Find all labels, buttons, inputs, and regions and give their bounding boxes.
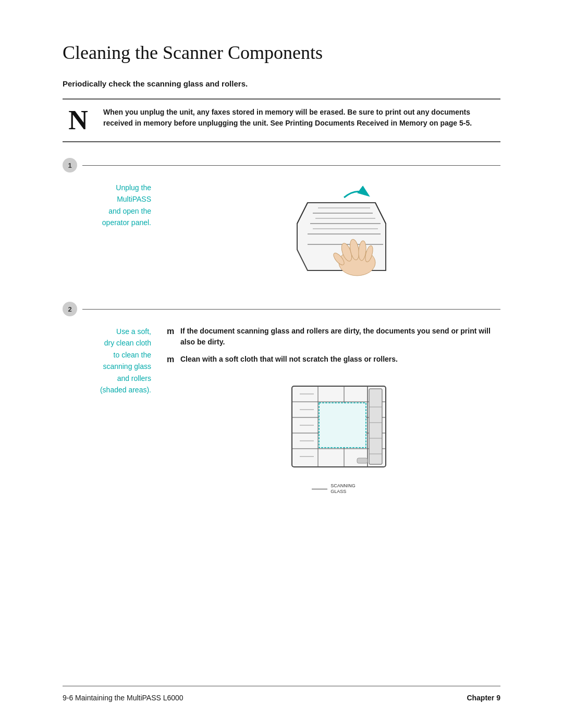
bullet-2: m Clean with a soft cloth that will not … <box>167 354 500 365</box>
step-1-circle: 1 <box>63 158 77 172</box>
step-2-diagram <box>276 376 391 480</box>
step-2-header: 2 <box>63 302 500 316</box>
step-1-section: 1 Unplug theMultiPASSand open theoperato… <box>63 158 500 286</box>
step-2-section: 2 Use a soft,dry clean clothto clean the… <box>63 302 500 495</box>
svg-rect-30 <box>369 389 382 464</box>
step-2-content: Use a soft,dry clean clothto clean thesc… <box>63 326 500 495</box>
step-1-left-text: Unplug theMultiPASSand open theoperator … <box>63 182 151 229</box>
step-2-diagram-wrapper: SCANNINGGLASS <box>167 376 500 495</box>
scanning-glass-label: SCANNINGGLASS <box>312 483 356 495</box>
label-line <box>312 489 327 489</box>
bullet-1: m If the document scanning glass and rol… <box>167 326 500 348</box>
scanner-button <box>357 458 368 463</box>
step-2-left-text: Use a soft,dry clean clothto clean thesc… <box>63 326 151 396</box>
note-text: When you unplug the unit, any faxes stor… <box>103 107 500 129</box>
step-1-diagram <box>276 182 391 286</box>
step-2-line <box>82 309 500 310</box>
footer-line <box>63 686 500 686</box>
subtitle: Periodically check the scanning glass an… <box>63 79 500 88</box>
bullet-1-marker: m <box>167 326 175 337</box>
step-1-line <box>82 165 500 166</box>
page-title: Cleaning the Scanner Components <box>63 42 500 64</box>
step-2-circle: 2 <box>63 302 77 316</box>
bullet-1-text: If the document scanning glass and rolle… <box>180 326 500 348</box>
step-2-right: m If the document scanning glass and rol… <box>167 326 500 495</box>
step-1-content: Unplug theMultiPASSand open theoperator … <box>63 182 500 286</box>
footer-right: Chapter 9 <box>467 694 500 702</box>
step-1-header: 1 <box>63 158 500 172</box>
bullet-2-marker: m <box>167 354 175 365</box>
page: Cleaning the Scanner Components Periodic… <box>0 0 563 728</box>
footer: 9-6 Maintaining the MultiPASS L6000 Chap… <box>63 694 500 702</box>
note-box: N When you unplug the unit, any faxes st… <box>63 98 500 142</box>
step-2-bullets: m If the document scanning glass and rol… <box>167 326 500 365</box>
bullet-2-text: Clean with a soft cloth that will not sc… <box>180 354 398 365</box>
step-1-image <box>167 182 500 286</box>
svg-rect-24 <box>319 403 366 448</box>
note-letter: N <box>63 107 94 134</box>
label-text: SCANNINGGLASS <box>331 483 356 495</box>
footer-left: 9-6 Maintaining the MultiPASS L6000 <box>63 694 183 702</box>
